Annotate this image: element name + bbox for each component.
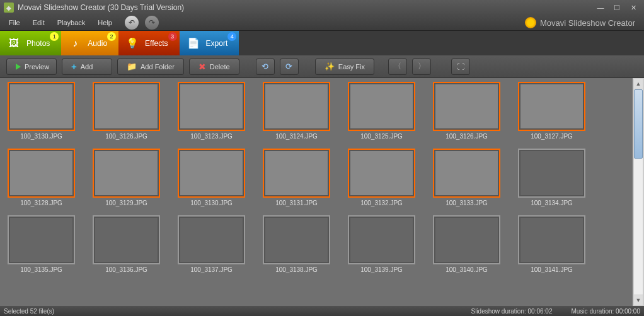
delete-icon: ✖ <box>198 62 206 72</box>
scrollbar[interactable]: ▲ ▼ <box>633 78 644 306</box>
thumbnail-label: 100_3123.JPG <box>178 133 245 140</box>
thumbnail-label: 100_3137.JPG <box>178 266 245 273</box>
undo-button[interactable]: ↶ <box>125 16 139 30</box>
thumbnail-image <box>265 151 328 195</box>
status-selected: Selected 52 file(s) <box>4 308 471 315</box>
thumbnail-label: 100_3127.JPG <box>518 133 585 140</box>
thumbnail[interactable]: 100_3125.JPG <box>348 82 415 140</box>
thumbnail-label: 100_3131.JPG <box>263 200 330 206</box>
thumbnail-image <box>10 151 72 195</box>
thumbnail[interactable]: 100_3128.JPG <box>8 149 75 206</box>
rotate-right-icon: ⟳ <box>285 62 292 71</box>
thumbnail-image <box>520 84 583 128</box>
tab-photos[interactable]: 🖼 Photos 1 <box>0 31 61 55</box>
thumbnail[interactable]: 100_3132.JPG <box>348 149 415 206</box>
thumbnail-label: 100_3126.JPG <box>93 133 160 140</box>
thumbnail[interactable]: 100_3130.JPG <box>178 149 245 206</box>
thumbnail-label: 100_3128.JPG <box>8 200 75 206</box>
thumbnail-label: 100_3141.JPG <box>518 266 585 273</box>
fit-icon: ⛶ <box>457 62 464 71</box>
tab-audio[interactable]: ♪ Audio 2 <box>61 31 118 55</box>
tab-audio-label: Audio <box>88 39 107 48</box>
thumbnail-label: 100_3133.JPG <box>433 200 500 206</box>
thumbnail[interactable]: 100_3139.JPG <box>348 215 415 273</box>
next-button[interactable]: 〉 <box>412 59 431 75</box>
menu-playback[interactable]: Playback <box>51 17 92 28</box>
scroll-thumb[interactable] <box>634 89 643 159</box>
thumbnail-label: 100_3139.JPG <box>348 266 415 273</box>
window-title: Movavi Slideshow Creator (30 Days Trial … <box>18 3 591 12</box>
thumbnail-image <box>95 84 158 128</box>
menubar: File Edit Playback Help ↶ ↷ Movavi Slide… <box>0 15 644 30</box>
status-slideshow-duration: Slideshow duration: 00:06:02 <box>471 308 553 315</box>
thumbnail-image <box>180 151 243 195</box>
thumbnail[interactable]: 100_3127.JPG <box>518 82 585 140</box>
maximize-button[interactable]: ☐ <box>610 3 624 13</box>
thumbnail[interactable]: 100_3126.JPG <box>93 82 160 140</box>
rotate-right-button[interactable]: ⟳ <box>280 59 299 75</box>
thumbnail-image <box>520 218 583 262</box>
content-area: 100_3130.JPG100_3126.JPG100_3123.JPG100_… <box>0 78 644 306</box>
thumbnail-image <box>265 84 328 128</box>
thumbnail[interactable]: 100_3131.JPG <box>263 149 330 206</box>
chevron-right-icon: 〉 <box>418 61 425 72</box>
thumbnail-label: 100_3132.JPG <box>348 200 415 206</box>
thumbnail-image <box>350 84 413 128</box>
audio-icon: ♪ <box>66 35 84 52</box>
preview-button[interactable]: Preview <box>6 59 57 75</box>
fit-button[interactable]: ⛶ <box>451 59 470 75</box>
thumbnail-image <box>435 84 498 128</box>
thumbnail-label: 100_3134.JPG <box>518 200 585 206</box>
thumbnail[interactable]: 100_3136.JPG <box>93 215 160 273</box>
thumbnail[interactable]: 100_3129.JPG <box>93 149 160 206</box>
play-icon <box>16 64 21 70</box>
tab-effects-label: Effects <box>145 39 168 48</box>
tab-export-badge: 4 <box>227 32 236 41</box>
thumbnail[interactable]: 100_3137.JPG <box>178 215 245 273</box>
thumbnail-label: 100_3125.JPG <box>348 133 415 140</box>
thumbnail[interactable]: 100_3126.JPG <box>433 82 500 140</box>
titlebar: ◆ Movavi Slideshow Creator (30 Days Tria… <box>0 0 644 15</box>
wand-icon: ✨ <box>325 62 335 71</box>
menu-help[interactable]: Help <box>91 17 118 28</box>
tab-export[interactable]: 📄 Export 4 <box>180 31 239 55</box>
thumbnail[interactable]: 100_3135.JPG <box>8 215 75 273</box>
thumbnail-image <box>180 84 243 128</box>
thumbnail-label: 100_3129.JPG <box>93 200 160 206</box>
menu-edit[interactable]: Edit <box>26 17 51 28</box>
add-button[interactable]: + Add <box>62 59 112 75</box>
add-folder-button[interactable]: 📁 Add Folder <box>117 59 184 75</box>
thumbnail-image <box>95 151 158 195</box>
delete-button[interactable]: ✖ Delete <box>189 59 239 75</box>
toolbar: Preview + Add 📁 Add Folder ✖ Delete ⟲ ⟳ … <box>0 55 644 78</box>
brand-icon <box>525 17 536 28</box>
thumbnail-label: 100_3130.JPG <box>178 200 245 206</box>
thumbnail-image <box>180 218 243 262</box>
export-icon: 📄 <box>185 35 202 52</box>
thumbnail[interactable]: 100_3133.JPG <box>433 149 500 206</box>
thumbnail[interactable]: 100_3141.JPG <box>518 215 585 273</box>
tab-effects[interactable]: 💡 Effects 3 <box>118 31 179 55</box>
thumbnail[interactable]: 100_3130.JPG <box>8 82 75 140</box>
minimize-button[interactable]: — <box>594 3 607 13</box>
redo-button[interactable]: ↷ <box>145 16 159 30</box>
thumbnail-label: 100_3124.JPG <box>263 133 330 140</box>
thumbnail[interactable]: 100_3140.JPG <box>433 215 500 273</box>
scroll-up-button[interactable]: ▲ <box>634 79 643 89</box>
brand-text: Movavi Slideshow Creator <box>540 18 635 28</box>
scroll-down-button[interactable]: ▼ <box>634 295 643 305</box>
thumbnail[interactable]: 100_3124.JPG <box>263 82 330 140</box>
thumbnail-image <box>10 218 72 262</box>
status-music-duration: Music duration: 00:00:00 <box>571 308 640 315</box>
rotate-left-button[interactable]: ⟲ <box>256 59 275 75</box>
easy-fix-label: Easy Fix <box>338 63 365 71</box>
easy-fix-button[interactable]: ✨ Easy Fix <box>315 59 374 75</box>
thumbnail-image <box>265 218 328 262</box>
thumbnail[interactable]: 100_3123.JPG <box>178 82 245 140</box>
prev-button[interactable]: 〈 <box>388 59 407 75</box>
thumbnail[interactable]: 100_3134.JPG <box>518 149 585 206</box>
close-button[interactable]: ✕ <box>626 3 640 13</box>
thumbnail[interactable]: 100_3138.JPG <box>263 215 330 273</box>
thumbnail-grid: 100_3130.JPG100_3126.JPG100_3123.JPG100_… <box>0 78 633 306</box>
menu-file[interactable]: File <box>3 17 26 28</box>
